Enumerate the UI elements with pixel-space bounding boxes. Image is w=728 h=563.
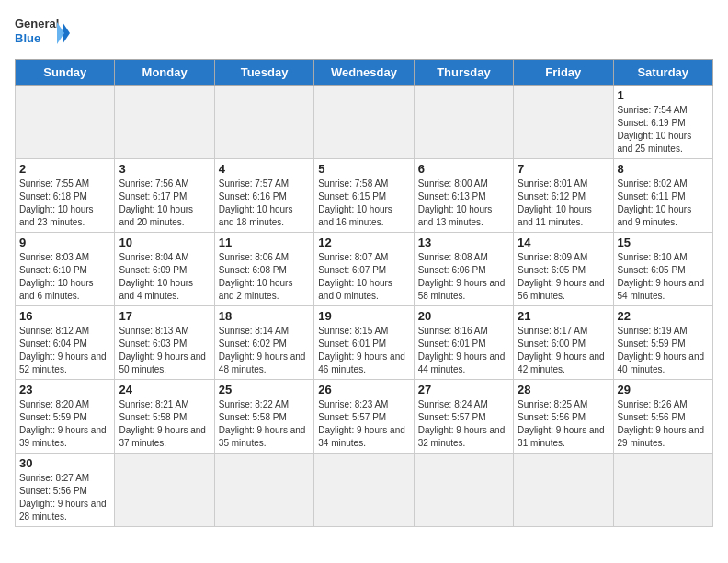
day-number: 29: [618, 383, 709, 396]
calendar-cell: 14Sunrise: 8:09 AM Sunset: 6:05 PM Dayli…: [514, 233, 613, 306]
calendar-cell: 15Sunrise: 8:10 AM Sunset: 6:05 PM Dayli…: [613, 233, 712, 306]
calendar-body: 1Sunrise: 7:54 AM Sunset: 6:19 PM Daylig…: [16, 86, 713, 527]
day-info: Sunrise: 8:22 AM Sunset: 5:58 PM Dayligh…: [219, 398, 310, 450]
calendar-week-row: 23Sunrise: 8:20 AM Sunset: 5:59 PM Dayli…: [16, 380, 713, 454]
calendar-week-row: 1Sunrise: 7:54 AM Sunset: 6:19 PM Daylig…: [16, 86, 713, 159]
calendar-cell: 1Sunrise: 7:54 AM Sunset: 6:19 PM Daylig…: [613, 86, 712, 159]
calendar-cell: 25Sunrise: 8:22 AM Sunset: 5:58 PM Dayli…: [214, 380, 313, 454]
calendar-cell: 3Sunrise: 7:56 AM Sunset: 6:17 PM Daylig…: [115, 159, 214, 233]
calendar-cell: 23Sunrise: 8:20 AM Sunset: 5:59 PM Dayli…: [16, 380, 115, 454]
calendar-cell: [314, 86, 414, 159]
weekday-header-sunday: Sunday: [16, 60, 115, 86]
calendar-cell: [514, 86, 613, 159]
calendar-cell: 4Sunrise: 7:57 AM Sunset: 6:16 PM Daylig…: [214, 159, 313, 233]
svg-text:General: General: [15, 17, 59, 30]
day-info: Sunrise: 8:27 AM Sunset: 5:56 PM Dayligh…: [19, 472, 110, 523]
calendar-cell: 13Sunrise: 8:08 AM Sunset: 6:06 PM Dayli…: [414, 233, 513, 306]
day-number: 12: [318, 236, 409, 249]
header: General Blue: [15, 15, 713, 52]
day-info: Sunrise: 8:00 AM Sunset: 6:13 PM Dayligh…: [418, 178, 509, 229]
calendar-cell: 26Sunrise: 8:23 AM Sunset: 5:57 PM Dayli…: [314, 380, 414, 454]
day-number: 20: [418, 309, 509, 323]
logo: General Blue: [15, 15, 70, 52]
day-number: 10: [119, 236, 210, 249]
day-number: 23: [19, 383, 110, 396]
day-info: Sunrise: 8:24 AM Sunset: 5:57 PM Dayligh…: [418, 398, 509, 450]
day-info: Sunrise: 8:20 AM Sunset: 5:59 PM Dayligh…: [19, 398, 110, 450]
calendar-cell: 27Sunrise: 8:24 AM Sunset: 5:57 PM Dayli…: [414, 380, 513, 454]
day-number: 5: [318, 162, 409, 176]
day-number: 2: [19, 162, 110, 176]
logo-svg: General Blue: [15, 15, 70, 52]
day-info: Sunrise: 8:07 AM Sunset: 6:07 PM Dayligh…: [318, 251, 409, 303]
weekday-header-thursday: Thursday: [414, 60, 513, 86]
day-info: Sunrise: 7:55 AM Sunset: 6:18 PM Dayligh…: [19, 178, 110, 229]
day-info: Sunrise: 8:17 AM Sunset: 6:00 PM Dayligh…: [518, 325, 609, 376]
calendar-header: SundayMondayTuesdayWednesdayThursdayFrid…: [16, 60, 713, 86]
calendar-cell: 29Sunrise: 8:26 AM Sunset: 5:56 PM Dayli…: [613, 380, 712, 454]
day-info: Sunrise: 8:01 AM Sunset: 6:12 PM Dayligh…: [518, 178, 609, 229]
day-info: Sunrise: 8:23 AM Sunset: 5:57 PM Dayligh…: [318, 398, 409, 450]
calendar-week-row: 16Sunrise: 8:12 AM Sunset: 6:04 PM Dayli…: [16, 306, 713, 380]
day-number: 21: [518, 309, 609, 323]
calendar-cell: 17Sunrise: 8:13 AM Sunset: 6:03 PM Dayli…: [115, 306, 214, 380]
day-info: Sunrise: 8:14 AM Sunset: 6:02 PM Dayligh…: [219, 325, 310, 376]
calendar-cell: 28Sunrise: 8:25 AM Sunset: 5:56 PM Dayli…: [514, 380, 613, 454]
svg-text:Blue: Blue: [15, 31, 40, 45]
day-number: 27: [418, 383, 509, 396]
weekday-header-saturday: Saturday: [613, 60, 712, 86]
day-info: Sunrise: 8:03 AM Sunset: 6:10 PM Dayligh…: [19, 251, 110, 303]
calendar-cell: 24Sunrise: 8:21 AM Sunset: 5:58 PM Dayli…: [115, 380, 214, 454]
calendar-cell: 8Sunrise: 8:02 AM Sunset: 6:11 PM Daylig…: [613, 159, 712, 233]
calendar-cell: [414, 86, 513, 159]
calendar-cell: [115, 86, 214, 159]
calendar-cell: [115, 454, 214, 527]
day-info: Sunrise: 8:12 AM Sunset: 6:04 PM Dayligh…: [19, 325, 110, 376]
calendar-cell: 2Sunrise: 7:55 AM Sunset: 6:18 PM Daylig…: [16, 159, 115, 233]
calendar-cell: 6Sunrise: 8:00 AM Sunset: 6:13 PM Daylig…: [414, 159, 513, 233]
calendar-week-row: 2Sunrise: 7:55 AM Sunset: 6:18 PM Daylig…: [16, 159, 713, 233]
weekday-row: SundayMondayTuesdayWednesdayThursdayFrid…: [16, 60, 713, 86]
day-info: Sunrise: 7:56 AM Sunset: 6:17 PM Dayligh…: [119, 178, 210, 229]
day-number: 14: [518, 236, 609, 249]
day-number: 30: [19, 456, 110, 470]
day-number: 9: [19, 236, 110, 249]
day-number: 6: [418, 162, 509, 176]
calendar-cell: [514, 454, 613, 527]
day-number: 11: [219, 236, 310, 249]
calendar-week-row: 30Sunrise: 8:27 AM Sunset: 5:56 PM Dayli…: [16, 454, 713, 527]
calendar-cell: [214, 454, 313, 527]
day-info: Sunrise: 8:26 AM Sunset: 5:56 PM Dayligh…: [618, 398, 709, 450]
calendar-cell: 11Sunrise: 8:06 AM Sunset: 6:08 PM Dayli…: [214, 233, 313, 306]
day-info: Sunrise: 8:19 AM Sunset: 5:59 PM Dayligh…: [618, 325, 709, 376]
calendar-cell: [414, 454, 513, 527]
day-info: Sunrise: 8:06 AM Sunset: 6:08 PM Dayligh…: [219, 251, 310, 303]
day-info: Sunrise: 7:58 AM Sunset: 6:15 PM Dayligh…: [318, 178, 409, 229]
calendar-cell: [214, 86, 313, 159]
calendar-week-row: 9Sunrise: 8:03 AM Sunset: 6:10 PM Daylig…: [16, 233, 713, 306]
day-number: 24: [119, 383, 210, 396]
day-number: 1: [618, 88, 709, 102]
calendar-cell: 20Sunrise: 8:16 AM Sunset: 6:01 PM Dayli…: [414, 306, 513, 380]
day-info: Sunrise: 8:09 AM Sunset: 6:05 PM Dayligh…: [518, 251, 609, 303]
day-info: Sunrise: 8:04 AM Sunset: 6:09 PM Dayligh…: [119, 251, 210, 303]
calendar-cell: 18Sunrise: 8:14 AM Sunset: 6:02 PM Dayli…: [214, 306, 313, 380]
calendar-cell: 12Sunrise: 8:07 AM Sunset: 6:07 PM Dayli…: [314, 233, 414, 306]
day-info: Sunrise: 8:25 AM Sunset: 5:56 PM Dayligh…: [518, 398, 609, 450]
calendar-cell: 22Sunrise: 8:19 AM Sunset: 5:59 PM Dayli…: [613, 306, 712, 380]
calendar-cell: [613, 454, 712, 527]
weekday-header-friday: Friday: [514, 60, 613, 86]
day-number: 15: [618, 236, 709, 249]
day-info: Sunrise: 7:57 AM Sunset: 6:16 PM Dayligh…: [219, 178, 310, 229]
calendar-table: SundayMondayTuesdayWednesdayThursdayFrid…: [15, 59, 713, 527]
day-number: 13: [418, 236, 509, 249]
calendar-cell: 19Sunrise: 8:15 AM Sunset: 6:01 PM Dayli…: [314, 306, 414, 380]
day-number: 16: [19, 309, 110, 323]
calendar-cell: 21Sunrise: 8:17 AM Sunset: 6:00 PM Dayli…: [514, 306, 613, 380]
calendar-cell: 16Sunrise: 8:12 AM Sunset: 6:04 PM Dayli…: [16, 306, 115, 380]
day-info: Sunrise: 8:02 AM Sunset: 6:11 PM Dayligh…: [618, 178, 709, 229]
day-info: Sunrise: 8:21 AM Sunset: 5:58 PM Dayligh…: [119, 398, 210, 450]
day-number: 18: [219, 309, 310, 323]
day-info: Sunrise: 8:16 AM Sunset: 6:01 PM Dayligh…: [418, 325, 509, 376]
weekday-header-tuesday: Tuesday: [214, 60, 313, 86]
